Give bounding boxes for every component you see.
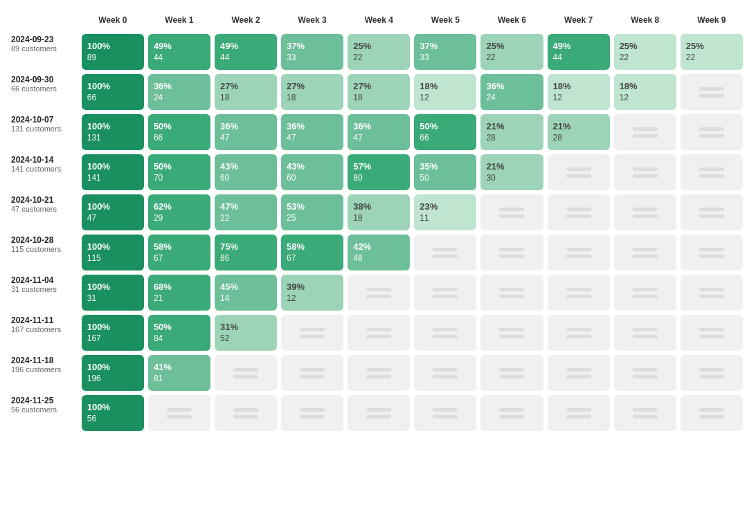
cell-pct: 36%	[486, 81, 537, 93]
empty-line	[699, 208, 724, 211]
empty-line	[633, 328, 658, 331]
cell-8-6	[478, 353, 545, 393]
cell-9-1	[146, 393, 213, 433]
cell-8-1: 41%81	[146, 353, 213, 393]
week-header-6: Week 6	[478, 11, 545, 32]
empty-line	[499, 328, 524, 331]
cell-box: 18%12	[548, 74, 610, 110]
empty-lines	[499, 208, 524, 218]
cell-count: 47	[220, 133, 271, 144]
cell-empty	[281, 395, 343, 431]
cell-6-2: 45%14	[213, 273, 279, 313]
empty-line	[433, 255, 458, 258]
cell-empty	[148, 395, 210, 431]
cell-2-7: 21%28	[546, 112, 612, 152]
cell-9-7	[546, 393, 612, 433]
cell-5-0: 100%115	[80, 232, 146, 273]
empty-line	[699, 167, 724, 171]
empty-line	[566, 328, 591, 331]
cell-count: 66	[420, 133, 471, 144]
empty-line	[699, 408, 724, 412]
cell-pct: 49%	[553, 41, 604, 53]
cell-empty	[215, 395, 277, 431]
cell-pct: 100%	[87, 362, 138, 374]
empty-line	[300, 335, 325, 338]
cell-3-3: 43%60	[279, 152, 345, 192]
cell-box: 62%29	[148, 194, 210, 230]
cell-0-8: 25%22	[612, 32, 678, 72]
cell-8-0: 100%196	[80, 353, 146, 393]
cell-4-4: 38%18	[345, 192, 412, 232]
cell-count: 24	[486, 93, 537, 104]
cell-pct: 42%	[353, 241, 404, 253]
empty-line	[633, 208, 658, 211]
cell-pct: 58%	[287, 241, 338, 253]
empty-lines	[233, 368, 258, 378]
empty-line	[433, 335, 458, 338]
empty-line	[566, 415, 591, 419]
empty-line	[499, 288, 524, 291]
cell-pct: 53%	[287, 201, 338, 213]
week-header-8: Week 8	[612, 11, 678, 32]
cell-pct: 25%	[353, 41, 404, 53]
cell-pct: 43%	[220, 161, 271, 173]
cell-empty	[681, 355, 743, 391]
cell-4-6	[478, 192, 545, 232]
cell-box: 25%22	[681, 34, 743, 70]
row-date: 2024-10-21	[11, 195, 74, 205]
cell-box: 53%25	[281, 194, 343, 230]
empty-line	[366, 375, 391, 378]
cell-box: 57%80	[348, 154, 410, 190]
cell-box: 100%66	[82, 74, 144, 110]
row-label-7: 2024-11-11167 customers	[11, 313, 80, 353]
table-row: 2024-11-11167 customers100%16750%8431%52	[11, 313, 745, 353]
cell-box: 49%44	[215, 34, 277, 70]
cell-count: 44	[220, 53, 271, 64]
cell-2-0: 100%131	[80, 112, 146, 152]
cell-pct: 49%	[220, 41, 271, 53]
cell-0-1: 49%44	[146, 32, 213, 72]
cell-8-9	[678, 353, 745, 393]
empty-lines	[633, 248, 658, 258]
cell-box: 23%11	[414, 194, 476, 230]
cell-box: 49%44	[148, 34, 210, 70]
week-header-1: Week 1	[146, 11, 213, 32]
cell-empty	[614, 315, 676, 351]
empty-lines	[699, 288, 724, 298]
empty-line	[499, 335, 524, 338]
cell-box: 36%47	[348, 114, 410, 150]
cell-count: 22	[353, 53, 404, 64]
cell-4-5: 23%11	[412, 192, 478, 232]
cell-1-4: 27%18	[345, 72, 412, 112]
cell-pct: 100%	[87, 81, 138, 93]
empty-line	[699, 288, 724, 291]
cell-6-5	[412, 273, 478, 313]
empty-line	[699, 255, 724, 258]
empty-lines	[699, 328, 724, 338]
cell-count: 66	[87, 93, 138, 104]
table-row: 2024-10-28115 customers100%11558%6775%86…	[11, 232, 745, 273]
row-date: 2024-11-04	[11, 275, 74, 285]
cell-box: 41%81	[148, 355, 210, 391]
cell-3-1: 50%70	[146, 152, 213, 192]
cell-4-8	[612, 192, 678, 232]
cell-pct: 50%	[154, 161, 205, 173]
cell-5-1: 58%67	[146, 232, 213, 273]
empty-lines	[566, 328, 591, 338]
cell-5-3: 58%67	[279, 232, 345, 273]
empty-line	[566, 214, 591, 218]
empty-lines	[499, 408, 524, 419]
cell-empty	[281, 355, 343, 391]
cell-box: 18%12	[414, 74, 476, 110]
cell-7-9	[678, 313, 745, 353]
empty-lines	[167, 408, 192, 419]
cell-box: 75%86	[215, 235, 277, 270]
empty-line	[633, 288, 658, 291]
cell-empty	[681, 275, 743, 311]
empty-line	[433, 408, 458, 412]
empty-line	[366, 288, 391, 291]
cell-7-4	[345, 313, 412, 353]
cell-count: 12	[553, 93, 604, 104]
cell-empty	[281, 315, 343, 351]
cell-pct: 18%	[553, 81, 604, 93]
